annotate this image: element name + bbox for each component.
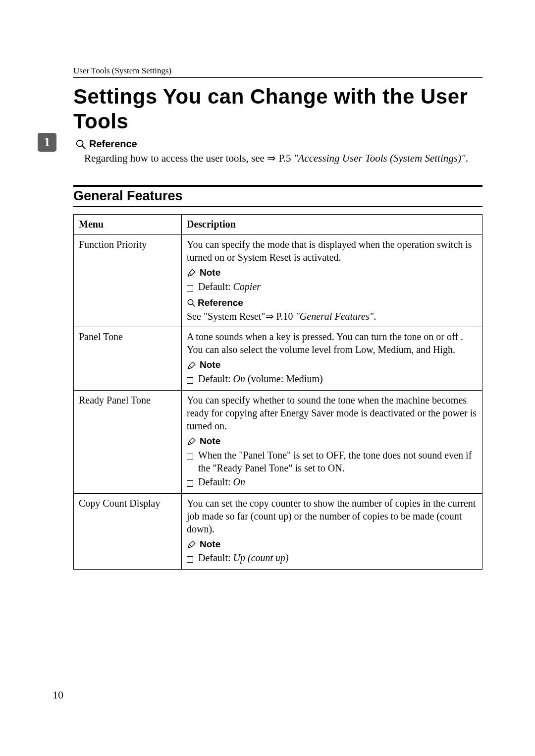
col-header-desc: Description	[182, 215, 482, 235]
default-prefix: Default:	[198, 373, 233, 384]
svg-line-1	[82, 145, 85, 148]
note-heading: Note	[187, 538, 478, 551]
bullet-line: Default: On	[187, 475, 478, 488]
ref-italic: "Accessing User Tools (System Settings)"	[294, 152, 466, 164]
default-value: On	[233, 373, 245, 384]
section-rule-top	[73, 185, 482, 187]
bullet-box-icon	[187, 285, 193, 291]
note-heading: Note	[187, 267, 478, 279]
desc-cell: A tone sounds when a key is pressed. You…	[182, 327, 482, 391]
default-suffix: (volume: Medium)	[245, 373, 323, 384]
ref-cell-text: See "System Reset"⇒ P.10 "General Featur…	[187, 310, 478, 323]
bullet-text: When the "Panel Tone" is set to OFF, the…	[198, 449, 478, 474]
bullet-text: Default: On (volume: Medium)	[198, 372, 478, 385]
menu-cell: Function Priority	[74, 235, 182, 327]
magnifier-icon	[187, 298, 196, 307]
svg-point-0	[77, 140, 83, 146]
menu-cell: Copy Count Display	[74, 493, 182, 570]
note-label: Note	[200, 538, 220, 551]
bullet-box-icon	[187, 377, 193, 384]
ref-page: P.10	[274, 311, 296, 322]
ref-italic: "General Features"	[295, 311, 374, 322]
desc-text: A tone sounds when a key is pressed. You…	[187, 330, 478, 356]
table-row: Copy Count Display You can set the copy …	[74, 493, 482, 570]
table-row: Function Priority You can specify the mo…	[74, 235, 482, 327]
desc-cell: You can specify whether to sound the ton…	[182, 391, 482, 494]
default-value: On	[233, 476, 245, 487]
svg-line-3	[192, 304, 195, 306]
running-header: User Tools (System Settings)	[73, 66, 482, 76]
page: User Tools (System Settings) Settings Yo…	[0, 0, 535, 756]
col-header-menu: Menu	[74, 215, 182, 235]
bullet-line: When the "Panel Tone" is set to OFF, the…	[187, 449, 478, 474]
arrow-icon: ⇒	[267, 152, 276, 164]
note-label: Note	[200, 267, 220, 279]
header-rule	[73, 77, 482, 78]
bullet-box-icon	[187, 480, 193, 487]
default-value: Up (count up)	[233, 552, 289, 563]
settings-table: Menu Description Function Priority You c…	[73, 214, 482, 570]
bullet-line: Default: On (volume: Medium)	[187, 372, 478, 385]
desc-text: You can specify the mode that is display…	[187, 238, 478, 264]
section-rule-bottom	[73, 206, 482, 207]
bullet-text: Default: Up (count up)	[198, 551, 478, 564]
main-title: Settings You can Change with the User To…	[73, 84, 482, 133]
ref-page: P.5	[276, 152, 294, 164]
menu-cell: Ready Panel Tone	[74, 391, 182, 494]
magnifier-icon	[75, 139, 86, 150]
table-row: Panel Tone A tone sounds when a key is p…	[74, 327, 482, 391]
chapter-tab: 1	[38, 133, 56, 152]
pencil-icon	[187, 539, 197, 549]
ref-text-before: Regarding how to access the user tools, …	[84, 152, 267, 164]
ref-text-before: See "System Reset"	[187, 311, 266, 322]
note-heading: Note	[187, 435, 478, 448]
default-prefix: Default:	[198, 552, 233, 563]
reference-text: Regarding how to access the user tools, …	[84, 152, 482, 165]
note-label: Note	[200, 359, 220, 371]
bullet-line: Default: Up (count up)	[187, 551, 478, 564]
table-header-row: Menu Description	[74, 215, 482, 235]
pencil-icon	[187, 360, 197, 370]
desc-cell: You can specify the mode that is display…	[182, 235, 482, 327]
reference-block: Reference Regarding how to access the us…	[75, 138, 482, 165]
default-value: Copier	[233, 281, 261, 292]
bullet-line: Default: Copier	[187, 280, 478, 293]
default-prefix: Default:	[198, 476, 233, 487]
reference-label: Reference	[198, 297, 243, 309]
ref-after: .	[466, 152, 468, 164]
reference-heading: Reference	[187, 297, 478, 309]
arrow-icon: ⇒	[266, 311, 274, 322]
default-prefix: Default:	[198, 281, 233, 292]
bullet-text: Default: On	[198, 475, 478, 488]
desc-cell: You can set the copy counter to show the…	[182, 493, 482, 570]
ref-after: .	[374, 311, 376, 322]
menu-cell: Panel Tone	[74, 327, 182, 391]
bullet-box-icon	[187, 454, 193, 460]
table-row: Ready Panel Tone You can specify whether…	[74, 391, 482, 494]
page-number: 10	[53, 689, 63, 701]
desc-text: You can specify whether to sound the ton…	[187, 394, 478, 432]
pencil-icon	[187, 268, 197, 278]
note-heading: Note	[187, 359, 478, 371]
svg-point-2	[188, 299, 193, 305]
reference-label: Reference	[89, 138, 137, 150]
section-title: General Features	[73, 188, 183, 204]
bullet-box-icon	[187, 556, 193, 563]
note-label: Note	[200, 435, 220, 448]
bullet-text: Default: Copier	[198, 280, 478, 293]
pencil-icon	[187, 436, 197, 446]
desc-text: You can set the copy counter to show the…	[187, 497, 478, 535]
reference-heading: Reference	[75, 138, 482, 150]
